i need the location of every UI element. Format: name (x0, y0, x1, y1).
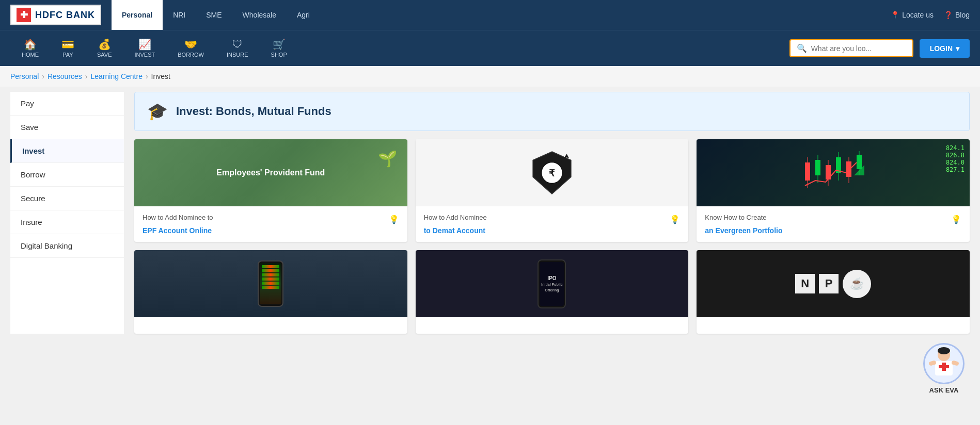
card-phone-body (134, 317, 407, 334)
borrow-icon: 🤝 (184, 39, 197, 50)
invest-icon: 📈 (138, 39, 151, 50)
nav-insure-label: INSURE (227, 52, 248, 58)
sidebar-item-insure[interactable]: Insure (10, 210, 124, 234)
search-icon: 🔍 (797, 43, 807, 53)
main-layout: Pay Save Invest Borrow Secure Insure Dig… (0, 87, 980, 344)
sidebar-item-digital-banking[interactable]: Digital Banking (10, 234, 124, 258)
content-header: 🎓 Invest: Bonds, Mutual Funds (134, 92, 970, 131)
phone-row-6 (262, 286, 279, 289)
logo[interactable]: ✚ HDFC BANK (10, 5, 101, 25)
chart-num-2: 826.8 (946, 152, 965, 159)
search-input[interactable] (811, 44, 906, 53)
nav-pay[interactable]: 💳 PAY (50, 34, 86, 63)
phone-row-1 (262, 265, 279, 268)
card-epf-link[interactable]: EPF Account Online (143, 226, 399, 235)
nav-sme[interactable]: SME (196, 0, 232, 30)
card-ipo[interactable]: IPOInitial Public Offering (416, 250, 689, 334)
card-epf-image: Employees' Provident Fund 🌱 (134, 139, 407, 206)
breadcrumb-resources[interactable]: Resources (48, 72, 82, 80)
top-right: 📍 Locate us ❓ Blog (891, 11, 970, 19)
locate-label: Locate us (902, 11, 934, 19)
login-label: LOGIN (930, 44, 953, 53)
nav-shop[interactable]: 🛒 SHOP (260, 34, 298, 63)
svg-rect-16 (857, 155, 862, 169)
nav-pay-label: PAY (62, 52, 73, 58)
leaf-icon: 🌱 (378, 150, 397, 168)
card-epf-label: How to Add Nominee to 💡 (143, 214, 399, 224)
nav-agri[interactable]: Agri (287, 0, 320, 30)
nav-borrow[interactable]: 🤝 BORROW (166, 34, 215, 63)
nav-nri[interactable]: NRI (163, 0, 196, 30)
card-demat[interactable]: ₹ How to Add Nominee 💡 to Demat Account (416, 139, 689, 242)
insure-icon: 🛡 (232, 39, 243, 50)
bulb-icon-2: 💡 (670, 215, 680, 224)
letter-p: P (819, 274, 839, 293)
logo-cross-icon: ✚ (17, 8, 31, 22)
blog-link[interactable]: ❓ Blog (944, 11, 970, 19)
sidebar-item-invest[interactable]: Invest (10, 139, 124, 163)
top-bar: ✚ HDFC BANK Personal NRI SME Wholesale A… (0, 0, 980, 30)
sidebar-item-secure[interactable]: Secure (10, 187, 124, 210)
card-np[interactable]: N P ☕ (697, 250, 970, 334)
card-portfolio-link[interactable]: an Evergreen Portfolio (705, 226, 961, 235)
card-demat-label: How to Add Nominee 💡 (424, 214, 681, 224)
nav-borrow-label: BORROW (178, 52, 204, 58)
search-box[interactable]: 🔍 (789, 39, 913, 57)
phone-row-4 (262, 277, 279, 281)
nav-wholesale[interactable]: Wholesale (232, 0, 287, 30)
phone-row-5 (262, 282, 279, 285)
ipo-phone-mock: IPOInitial Public Offering (538, 259, 566, 308)
nav-personal[interactable]: Personal (112, 0, 163, 30)
breadcrumb-learning-centre[interactable]: Learning Centre (91, 72, 143, 80)
candlestick-chart (797, 147, 870, 199)
breadcrumb: Personal › Resources › Learning Centre ›… (0, 66, 980, 87)
chart-num-1: 824.1 (946, 144, 965, 152)
sidebar-item-borrow[interactable]: Borrow (10, 163, 124, 187)
card-demat-image: ₹ (416, 139, 689, 206)
nav-save[interactable]: 💰 SAVE (86, 34, 123, 63)
content-title: Invest: Bonds, Mutual Funds (176, 105, 331, 118)
cards-grid: Employees' Provident Fund 🌱 How to Add N… (134, 139, 970, 334)
logo-text: HDFC BANK (35, 10, 95, 21)
phone-screen (260, 263, 281, 304)
home-icon: 🏠 (24, 39, 37, 50)
shop-icon: 🛒 (273, 39, 286, 50)
card-phone-stock[interactable] (134, 250, 407, 334)
locate-us[interactable]: 📍 Locate us (891, 11, 934, 19)
bulb-icon: 💡 (389, 215, 399, 224)
card-portfolio[interactable]: 824.1 826.8 824.0 827.1 (697, 139, 970, 242)
ask-eva-button[interactable]: ASK EVA (923, 343, 965, 344)
breadcrumb-invest: Invest (151, 72, 170, 80)
nav-bar: 🏠 HOME 💳 PAY 💰 SAVE 📈 INVEST 🤝 BORROW 🛡 … (0, 30, 980, 66)
chart-numbers: 824.1 826.8 824.0 827.1 (946, 144, 965, 173)
phone-row-3 (262, 273, 279, 276)
card-ipo-body (416, 317, 689, 334)
shield-rupee-icon: ₹ (529, 150, 575, 196)
nav-insure[interactable]: 🛡 INSURE (215, 34, 260, 63)
card-chart-image: 824.1 826.8 824.0 827.1 (697, 139, 970, 206)
sidebar-item-pay[interactable]: Pay (10, 92, 124, 116)
ipo-screen: IPOInitial Public Offering (540, 262, 564, 306)
sidebar: Pay Save Invest Borrow Secure Insure Dig… (10, 92, 124, 334)
top-nav: Personal NRI SME Wholesale Agri (112, 0, 320, 30)
card-epf-label-text: How to Add Nominee to (143, 214, 389, 221)
ipo-text: IPOInitial Public Offering (540, 275, 564, 292)
card-np-body (697, 317, 970, 334)
question-icon: ❓ (944, 11, 953, 19)
sidebar-item-save[interactable]: Save (10, 116, 124, 139)
location-icon: 📍 (891, 11, 899, 19)
letter-n: N (795, 274, 815, 293)
card-demat-label-text: How to Add Nominee (424, 214, 670, 221)
nav-invest[interactable]: 📈 INVEST (123, 34, 167, 63)
nav-home-label: HOME (22, 52, 39, 58)
card-demat-link[interactable]: to Demat Account (424, 226, 681, 235)
nav-right: 🔍 LOGIN ▾ (789, 39, 970, 58)
nav-home[interactable]: 🏠 HOME (10, 34, 50, 63)
chart-num-3: 824.0 (946, 159, 965, 166)
breadcrumb-personal[interactable]: Personal (10, 72, 39, 80)
card-epf[interactable]: Employees' Provident Fund 🌱 How to Add N… (134, 139, 407, 242)
breadcrumb-sep-2: › (85, 72, 88, 80)
card-phone-image (134, 250, 407, 317)
login-button[interactable]: LOGIN ▾ (920, 39, 970, 58)
content: 🎓 Invest: Bonds, Mutual Funds Employees'… (134, 92, 970, 334)
